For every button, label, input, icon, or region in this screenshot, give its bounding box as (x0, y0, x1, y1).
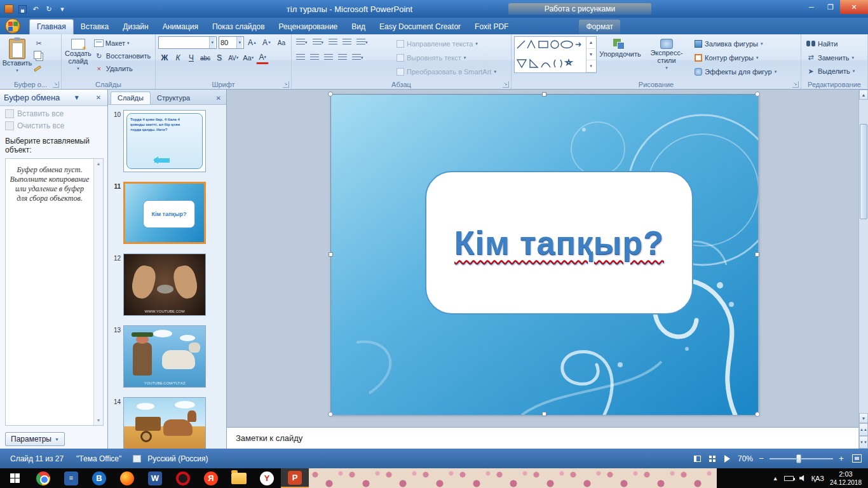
slide-canvas-area[interactable]: Кім тапқыр? (227, 90, 858, 427)
tab-recenzirovanie[interactable]: Рецензирование (272, 20, 345, 34)
scrollbar-thumb[interactable] (860, 124, 867, 219)
notes-pane[interactable]: Заметки к слайду (227, 427, 858, 449)
shapes-gallery[interactable]: ▲ ▼ ▾ (514, 36, 597, 73)
slide-13-thumbnail[interactable]: YOUTUBE.COM/TLT.KZ (123, 325, 206, 388)
bullets-button[interactable]: ▾ (294, 36, 309, 49)
slide-12-thumbnail[interactable]: WWW.YOUTUBE.COM (123, 254, 206, 316)
start-button[interactable] (0, 468, 29, 488)
slide-title-placeholder[interactable]: Кім тапқыр? (425, 171, 693, 315)
zoom-in-button[interactable]: + (837, 454, 846, 463)
quick-styles-button[interactable]: Экспресс-стили ▾ (644, 36, 689, 77)
zoom-slider[interactable] (770, 458, 833, 459)
selection-handle-top-left[interactable] (328, 92, 333, 97)
clear-formatting-button[interactable]: Аа (275, 36, 288, 49)
clipboard-scroll-down-icon[interactable]: ▼ (94, 416, 103, 425)
slide-11-thumbnail-selected[interactable]: Кім тапқыр? (123, 182, 206, 244)
slides-panel-close-icon[interactable]: ✕ (211, 95, 226, 104)
font-name-combo[interactable]: ▾ (158, 36, 217, 49)
selection-handle-middle-left[interactable] (329, 252, 333, 257)
normal-view-button[interactable] (692, 454, 703, 464)
decrease-indent-button[interactable] (327, 36, 339, 49)
powerpoint-app-icon[interactable] (3, 3, 15, 15)
selection-handle-middle-right[interactable] (755, 252, 759, 257)
taskbar-explorer[interactable] (225, 468, 253, 488)
taskbar-yandex[interactable]: Я (197, 468, 225, 488)
shape-fill-button[interactable]: Заливка фигуры▾ (692, 37, 779, 50)
save-button[interactable] (17, 3, 28, 15)
tab-outline[interactable]: Структура (151, 92, 196, 104)
selection-handle-top-center[interactable] (542, 92, 546, 97)
tab-easy-document-creator[interactable]: Easy Document Creator (372, 20, 468, 34)
language-status[interactable]: Русский (Россия) (141, 454, 214, 463)
tab-dizain[interactable]: Дизайн (116, 20, 155, 34)
zoom-level[interactable]: 70% (738, 454, 753, 463)
numbering-button[interactable]: ▾ (311, 36, 326, 49)
increase-indent-button[interactable] (341, 36, 353, 49)
language-indicator[interactable]: ҚАЗ (811, 475, 824, 482)
scroll-up-icon[interactable]: ▲ (859, 90, 868, 100)
find-button[interactable]: Найти (804, 37, 840, 50)
underline-button[interactable]: Ч (185, 51, 198, 64)
slide-canvas[interactable]: Кім тапқыр? (330, 94, 757, 414)
strikethrough-button[interactable]: abc (198, 51, 212, 64)
slideshow-view-button[interactable] (722, 454, 734, 464)
undo-button[interactable]: ↶ (30, 3, 41, 15)
maximize-button[interactable]: ❐ (821, 0, 840, 14)
taskbar-bluetooth[interactable]: B (85, 468, 113, 488)
align-text-button[interactable]: Выровнять текст▾ (395, 51, 498, 64)
tray-expand-icon[interactable]: ▲ (773, 475, 778, 482)
clipboard-dialog-launcher[interactable]: ↘ (53, 81, 59, 88)
select-button[interactable]: ➤Выделить▾ (804, 65, 857, 78)
slide-title-text[interactable]: Кім тапқыр? (454, 224, 664, 262)
taskbar-powerpoint-active[interactable]: P (281, 468, 309, 488)
tab-format[interactable]: Формат (579, 20, 620, 34)
replace-button[interactable]: ⇄Заменить▾ (804, 51, 857, 64)
tab-pokaz-slaydov[interactable]: Показ слайдов (205, 20, 272, 34)
drawing-dialog-launcher[interactable]: ↘ (792, 81, 799, 88)
justify-button[interactable] (336, 51, 349, 64)
volume-icon[interactable] (799, 475, 806, 482)
paragraph-dialog-launcher[interactable]: ↘ (503, 81, 509, 88)
cut-button[interactable]: ✂ (32, 37, 46, 49)
tab-vid[interactable]: Вид (344, 20, 372, 34)
slide-sorter-view-button[interactable] (707, 454, 719, 464)
layout-button[interactable]: Макет▾ (92, 37, 153, 49)
delete-slide-button[interactable]: ×Удалить (92, 63, 153, 74)
tab-slides-thumbnails[interactable]: Слайды (111, 92, 151, 104)
arrange-button[interactable]: Упорядочить (599, 36, 641, 77)
fit-to-window-button[interactable] (852, 454, 862, 463)
selection-handle-top-right[interactable] (755, 92, 760, 97)
align-right-button[interactable] (322, 51, 335, 64)
copy-button[interactable] (32, 50, 46, 62)
slide-14-thumbnail[interactable] (123, 397, 206, 449)
previous-slide-button[interactable]: ▲▲ (859, 423, 868, 436)
office-button[interactable] (5, 18, 20, 34)
align-left-button[interactable] (294, 51, 307, 64)
new-slide-button[interactable]: Создать слайд ▾ (64, 36, 92, 77)
reset-slide-button[interactable]: ↻Восстановить (92, 50, 153, 62)
scroll-down-icon[interactable]: ▼ (859, 413, 868, 423)
redo-button[interactable]: ↻ (43, 3, 55, 15)
clipboard-scrollbar[interactable]: ▲ ▼ (93, 159, 103, 425)
tab-foxit-pdf[interactable]: Foxit PDF (468, 20, 515, 34)
selection-handle-bottom-center[interactable] (542, 412, 546, 416)
font-color-button[interactable]: А▾ (256, 51, 269, 64)
taskbar-word[interactable]: W (141, 468, 169, 488)
pane-menu-icon[interactable]: ▼ (72, 94, 82, 101)
tab-animaciya[interactable]: Анимация (156, 20, 205, 34)
qat-customize-button[interactable]: ▾ (57, 3, 68, 15)
slide-thumbnail-item[interactable]: 14 (109, 397, 220, 449)
shapes-gallery-more-icon[interactable]: ▾ (587, 60, 595, 72)
pane-close-icon[interactable]: ✕ (93, 94, 104, 101)
bold-button[interactable]: Ж (158, 51, 171, 64)
vertical-scrollbar[interactable]: ▲ ▼ ▲▲ ▼▼ (858, 90, 868, 449)
selection-handle-bottom-left[interactable] (328, 412, 333, 417)
taskbar-firefox[interactable] (113, 468, 141, 488)
change-case-button[interactable]: Aa▾ (241, 51, 255, 64)
line-spacing-button[interactable]: ▾ (355, 36, 370, 49)
taskbar-calculator[interactable]: = (57, 468, 85, 488)
paste-all-button[interactable]: Вставить все (5, 109, 102, 118)
format-painter-button[interactable] (32, 63, 46, 74)
clear-all-button[interactable]: Очистить все (5, 121, 102, 130)
minimize-button[interactable]: ─ (802, 0, 821, 14)
